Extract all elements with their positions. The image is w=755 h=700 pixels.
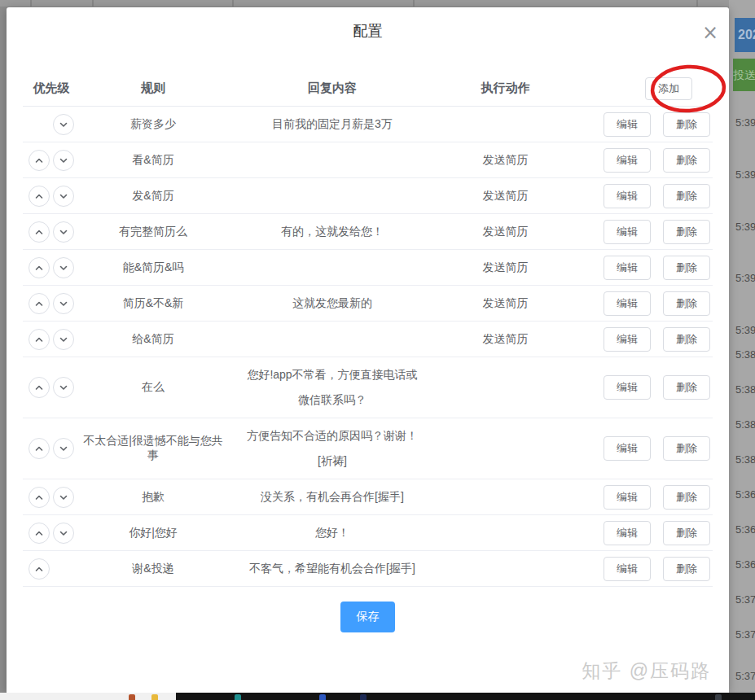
move-down-button[interactable] [53,293,74,314]
move-down-button[interactable] [53,221,74,243]
delete-button[interactable]: 删除 [663,220,710,244]
rule-row: 你好|您好 您好！ 编辑 删除 [23,515,713,551]
taskbar-icon[interactable] [129,694,135,700]
edit-button[interactable]: 编辑 [604,557,651,581]
rule-text: 看&简历 [80,153,226,168]
move-down-button[interactable] [53,438,74,459]
rule-text: 谢&投递 [80,562,226,576]
delete-button[interactable]: 删除 [663,256,710,280]
delete-button[interactable]: 删除 [663,112,710,137]
reply-text: 这就发您最新的 [292,291,372,316]
move-down-button[interactable] [53,150,74,171]
move-down-button[interactable] [53,329,74,350]
move-up-button[interactable] [29,221,50,243]
background-timestamp: 5:36 [735,558,755,571]
delete-button[interactable]: 删除 [663,436,710,461]
delete-button[interactable]: 删除 [663,375,710,400]
edit-button[interactable]: 编辑 [604,148,651,173]
move-up-button[interactable] [29,257,50,278]
background-message-list: 202 投送 5:395:395:395:395:395:385:385:385… [729,0,755,693]
reply-text: 目前我的固定月薪是3万 [272,112,393,137]
edit-button[interactable]: 编辑 [604,327,651,352]
delete-button[interactable]: 删除 [663,291,710,316]
move-up-button[interactable] [29,558,50,580]
reply-text: 不客气，希望能有机会合作[握手] [249,556,415,581]
save-button[interactable]: 保存 [340,602,395,632]
rule-row: 发&简历 发送简历 编辑 删除 [23,178,713,214]
edit-button[interactable]: 编辑 [604,291,651,316]
rule-row: 给&简历 发送简历 编辑 删除 [23,322,713,357]
send-status-badge: 投送 [733,59,755,91]
action-text: 发送简历 [438,260,573,275]
column-header-reply: 回复内容 [226,81,438,96]
action-text: 发送简历 [438,296,573,311]
background-timestamp: 5:38 [735,383,755,396]
chevron-up-icon [33,190,45,202]
delete-button[interactable]: 删除 [663,148,710,173]
background-timestamp: 5:37 [735,628,755,641]
taskbar-icon[interactable] [360,694,367,700]
table-header-row: 优先级 规则 回复内容 执行动作 添加 [23,71,713,107]
background-timestamp: 5:38 [735,453,755,466]
close-button[interactable]: × [698,20,722,45]
chevron-up-icon [33,298,45,309]
reply-text: 您好!app不常看，方便直接电话或微信联系吗？ [244,362,421,413]
config-dialog: 配置 × 优先级 规则 回复内容 执行动作 添加 [7,7,729,693]
background-timestamp: 5:36 [735,488,755,501]
move-down-button[interactable] [53,523,74,544]
taskbar-right [176,693,755,700]
move-down-button[interactable] [53,257,74,278]
taskbar-icon[interactable] [235,694,241,700]
edit-button[interactable]: 编辑 [604,220,651,244]
column-divider [30,0,32,7]
taskbar-icon[interactable] [319,694,326,700]
chevron-down-icon [58,262,69,273]
rule-row: 谢&投递 不客气，希望能有机会合作[握手] 编辑 删除 [23,551,713,587]
edit-button[interactable]: 编辑 [604,375,651,400]
taskbar [0,693,755,700]
background-timestamp: 5:38 [735,348,755,361]
edit-button[interactable]: 编辑 [604,521,651,545]
move-down-button[interactable] [53,186,74,207]
move-up-button[interactable] [29,293,50,314]
chevron-down-icon [58,226,69,238]
edit-button[interactable]: 编辑 [604,256,651,280]
delete-button[interactable]: 删除 [663,184,710,208]
delete-button[interactable]: 删除 [663,327,710,352]
delete-button[interactable]: 删除 [663,557,710,581]
move-up-button[interactable] [29,438,50,459]
column-header-rule: 规则 [80,81,226,96]
taskbar-icon[interactable] [151,694,158,700]
move-up-button[interactable] [29,329,50,350]
edit-button[interactable]: 编辑 [604,112,651,137]
rule-row: 在么 您好!app不常看，方便直接电话或微信联系吗？ 编辑 删除 [23,357,713,418]
reply-text: 有的，这就发给您！ [281,219,384,244]
rule-text: 有完整简历么 [80,225,226,239]
move-up-button[interactable] [29,523,50,544]
delete-button[interactable]: 删除 [663,485,710,510]
delete-button[interactable]: 删除 [663,521,710,545]
rule-text: 在么 [80,380,226,395]
move-down-button[interactable] [53,114,74,135]
move-up-button[interactable] [29,487,50,508]
background-timestamp: 5:39 [735,221,755,234]
edit-button[interactable]: 编辑 [604,485,651,510]
edit-button[interactable]: 编辑 [604,436,651,461]
rule-row: 不太合适|很遗憾不能与您共事 方便告知不合适的原因吗？谢谢！[祈祷] 编辑 删除 [23,418,713,479]
rule-row: 抱歉 没关系，有机会再合作[握手] 编辑 删除 [23,479,713,515]
move-up-button[interactable] [29,186,50,207]
taskbar-icon[interactable] [715,694,722,700]
rule-row: 简历&不&新 这就发您最新的 发送简历 编辑 删除 [23,286,713,322]
move-up-button[interactable] [29,377,50,398]
column-header-priority: 优先级 [23,81,80,96]
chevron-down-icon [58,527,69,539]
edit-button[interactable]: 编辑 [604,184,651,208]
rule-text: 薪资多少 [80,117,226,132]
reply-text: 您好！ [315,520,349,545]
move-up-button[interactable] [29,150,50,171]
action-text: 发送简历 [438,225,573,239]
add-button[interactable]: 添加 [645,77,692,100]
move-down-button[interactable] [53,377,74,398]
move-down-button[interactable] [53,487,74,508]
rules-table: 优先级 规则 回复内容 执行动作 添加 薪 [23,71,713,587]
